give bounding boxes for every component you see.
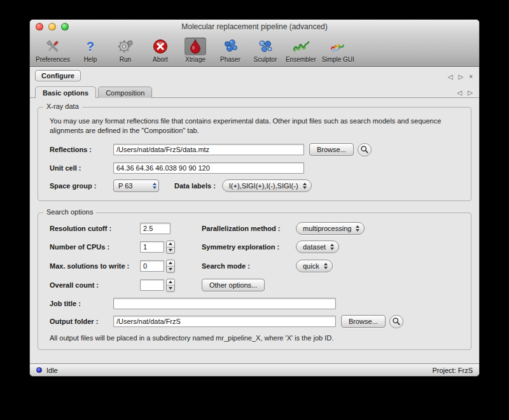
space-group-row: Space group : P 63 Data labels : I(+),SI…: [50, 179, 463, 192]
reflections-row: Reflections : Browse...: [50, 143, 463, 157]
search-options-group: Search options Resolution cutoff : Paral…: [38, 213, 471, 350]
chevron-updown-icon: [153, 183, 157, 189]
toolbar-item-label: Abort: [153, 56, 168, 63]
job-title-input[interactable]: [113, 298, 336, 309]
traffic-lights: [36, 23, 69, 31]
search-mode-value: quick: [303, 262, 319, 270]
chevron-updown-icon: [303, 183, 307, 189]
window-chrome: Molecular replacement pipeline (advanced…: [30, 20, 479, 67]
chevron-updown-icon: [330, 244, 334, 250]
output-folder-input[interactable]: [113, 316, 336, 327]
parallelization-method-value: multiprocessing: [303, 225, 351, 232]
search-options-legend: Search options: [43, 208, 96, 216]
window-title: Molecular replacement pipeline (advanced…: [181, 22, 327, 31]
overall-count-row: Overall count : Other options...: [50, 279, 463, 292]
xray-data-legend: X-ray data: [43, 102, 82, 110]
resolution-cutoff-label: Resolution cutoff :: [50, 225, 140, 232]
zoom-button[interactable]: [61, 23, 69, 31]
toolbar-item-xtriage[interactable]: Xtriage: [179, 37, 212, 64]
cpus-row: Number of CPUs : Symmetry exploration : …: [50, 241, 463, 254]
parallelization-method-label: Parallelization method :: [202, 225, 296, 232]
phaser-molecule-icon: [219, 38, 242, 55]
reflections-browse-button[interactable]: Browse...: [309, 143, 354, 156]
minimize-button[interactable]: [48, 23, 56, 31]
data-labels-value: I(+),SIGI(+),I(-),SIGI(-): [229, 182, 298, 190]
inner-tab-scroll-left-icon[interactable]: ◁: [457, 88, 463, 97]
unit-cell-label: Unit cell :: [50, 164, 113, 172]
toolbar-item-help[interactable]: ? Help: [74, 37, 107, 64]
cpus-stepper[interactable]: [166, 241, 175, 254]
toolbar-item-phaser[interactable]: Phaser: [214, 37, 247, 64]
toolbar-item-label: Help: [84, 56, 97, 63]
tab-scroll-right-icon[interactable]: ▷: [458, 73, 463, 81]
toolbar-item-preferences[interactable]: Preferences: [34, 37, 72, 64]
parallelization-method-select[interactable]: multiprocessing: [296, 222, 365, 235]
tab-configure[interactable]: Configure: [35, 70, 81, 81]
tab-basic-options[interactable]: Basic options: [35, 87, 96, 98]
toolbar: Preferences ? Help: [30, 34, 479, 67]
resolution-cutoff-input[interactable]: [140, 223, 171, 234]
max-solutions-input[interactable]: [140, 260, 164, 272]
toolbar-item-simple-gui[interactable]: Simple GUI: [320, 37, 356, 64]
toolbar-item-abort[interactable]: Abort: [144, 37, 177, 64]
xtriage-droplet-icon: [185, 38, 206, 55]
space-group-value: P 63: [118, 182, 132, 190]
tab-scroll-left-icon[interactable]: ◁: [448, 73, 453, 81]
search-mode-select[interactable]: quick: [296, 260, 333, 272]
overall-count-label: Overall count :: [50, 281, 140, 289]
number-of-cpus-label: Number of CPUs :: [50, 243, 140, 251]
job-title-label: Job title :: [50, 300, 113, 307]
toolbar-item-label: Phaser: [220, 56, 241, 63]
output-folder-browse-button[interactable]: Browse...: [341, 315, 386, 328]
overall-count-input[interactable]: [140, 279, 164, 291]
toolbar-item-label: Ensembler: [286, 56, 316, 63]
tab-close-icon[interactable]: ×: [469, 73, 473, 81]
resolution-row: Resolution cutoff : Parallelization meth…: [50, 222, 463, 235]
status-bar: Idle Project: FrzS: [30, 363, 479, 376]
reflections-search-icon[interactable]: [358, 143, 372, 157]
toolbar-item-label: Xtriage: [185, 56, 206, 63]
title-bar[interactable]: Molecular replacement pipeline (advanced…: [30, 20, 479, 34]
main-content: Configure ◁ ▷ × Basic options Compositio…: [30, 67, 479, 363]
data-labels-select[interactable]: I(+),SIGI(+),I(-),SIGI(-): [222, 179, 312, 192]
toolbar-item-label: Simple GUI: [322, 56, 354, 63]
space-group-select[interactable]: P 63: [113, 179, 159, 192]
max-solutions-label: Max. solutions to write :: [50, 262, 140, 270]
chevron-updown-icon: [356, 225, 359, 232]
toolbar-item-label: Run: [120, 56, 131, 63]
tools-icon: [41, 38, 64, 55]
status-indicator-icon: [36, 367, 42, 373]
outer-tab-bar: Configure ◁ ▷ ×: [30, 67, 479, 83]
xray-description: You may use any format reflections file …: [50, 116, 454, 136]
toolbar-item-label: Sculptor: [254, 56, 277, 63]
symmetry-exploration-value: dataset: [303, 243, 326, 251]
help-icon: ?: [83, 38, 97, 55]
reflections-input[interactable]: [113, 144, 304, 155]
inner-tab-scroll-right-icon[interactable]: ▷: [468, 88, 473, 97]
chevron-updown-icon: [324, 263, 328, 269]
reflections-label: Reflections :: [50, 146, 113, 153]
close-button[interactable]: [36, 23, 43, 31]
symmetry-exploration-select[interactable]: dataset: [296, 241, 339, 253]
abort-icon: [149, 38, 172, 55]
max-solutions-stepper[interactable]: [166, 260, 175, 273]
output-folder-label: Output folder :: [50, 318, 113, 325]
toolbar-item-run[interactable]: Run: [109, 37, 142, 64]
project-label: Project: FrzS: [432, 367, 473, 374]
unit-cell-row: Unit cell :: [50, 162, 463, 174]
xray-data-group: X-ray data You may use any format reflec…: [38, 107, 471, 201]
app-window: Molecular replacement pipeline (advanced…: [29, 19, 480, 377]
max-solutions-row: Max. solutions to write : Search mode : …: [50, 260, 463, 273]
overall-count-stepper[interactable]: [166, 279, 175, 292]
output-folder-search-icon[interactable]: [389, 315, 403, 328]
unit-cell-input[interactable]: [113, 162, 304, 174]
tab-composition[interactable]: Composition: [98, 87, 152, 98]
search-mode-label: Search mode :: [202, 262, 296, 270]
output-footnote: All output files will be placed in a sub…: [50, 334, 463, 342]
number-of-cpus-input[interactable]: [140, 241, 164, 253]
ensembler-ribbon-icon: [289, 38, 313, 55]
toolbar-item-ensembler[interactable]: Ensembler: [284, 37, 318, 64]
toolbar-item-sculptor[interactable]: Sculptor: [249, 37, 282, 64]
status-text: Idle: [46, 367, 58, 374]
other-options-button[interactable]: Other options...: [202, 279, 265, 291]
